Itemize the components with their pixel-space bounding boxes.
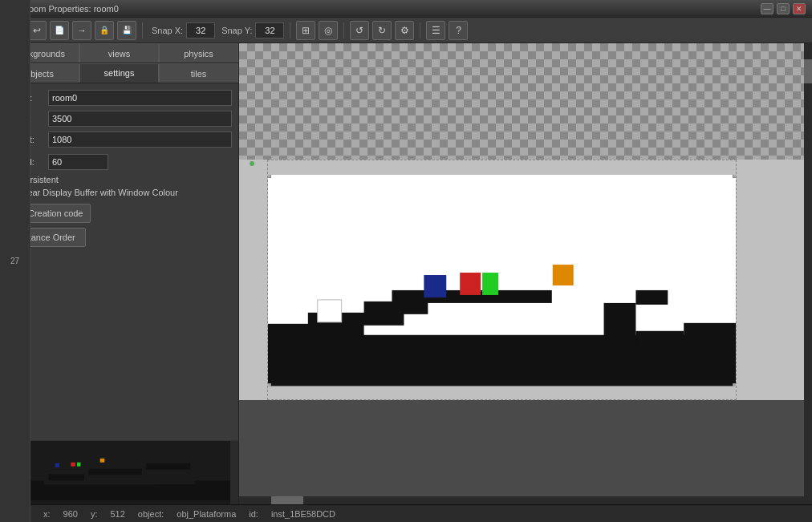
svg-rect-18 — [635, 331, 684, 347]
cog-button[interactable]: ⚙ — [395, 21, 414, 40]
main-layout: backgrounds views physics objects settin… — [0, 43, 812, 504]
snap-x-input[interactable] — [186, 22, 215, 38]
vertical-scrollbar-thumb[interactable] — [804, 59, 812, 83]
persistent-row: Persistent — [6, 175, 232, 184]
tab-physics[interactable]: physics — [159, 43, 238, 63]
checker-bottom — [239, 43, 804, 160]
name-input[interactable] — [48, 90, 232, 106]
close-button[interactable]: ✕ — [793, 3, 806, 14]
toolbar-separator-1 — [142, 22, 143, 38]
svg-rect-0 — [0, 484, 230, 500]
y-value: 512 — [110, 509, 124, 519]
svg-rect-15 — [364, 301, 428, 314]
tab-settings[interactable]: settings — [79, 63, 159, 83]
left-status-panel: 27 — [0, 0, 30, 522]
room-interior — [268, 175, 736, 386]
width-input[interactable] — [48, 111, 232, 127]
svg-rect-10 — [77, 463, 80, 467]
height-input[interactable] — [48, 132, 232, 148]
clear-display-label[interactable]: Clear Display Buffer with Window Colour — [19, 188, 178, 197]
tab-tiles[interactable]: tiles — [159, 63, 238, 83]
dot-indicator — [250, 161, 254, 166]
tab-views[interactable]: views — [79, 43, 159, 63]
height-row: Height: — [6, 132, 232, 148]
handle-bl[interactable] — [268, 383, 271, 386]
minimize-button[interactable]: — — [761, 3, 773, 14]
x-label: x: — [43, 509, 51, 519]
snap-y-input[interactable] — [255, 22, 284, 38]
settings-form: Name: Width: Height: Speed: Persistent — [0, 83, 238, 440]
handle-tr[interactable] — [733, 175, 736, 178]
save-button[interactable]: 💾 — [117, 21, 136, 40]
handle-br[interactable] — [733, 383, 736, 386]
snap-y-label: Snap Y: — [221, 26, 252, 35]
lock-button[interactable]: 🔒 — [95, 21, 114, 40]
svg-rect-19 — [684, 323, 736, 339]
creation-code-label: Creation code — [28, 208, 83, 218]
svg-rect-3 — [88, 469, 141, 475]
restore-button[interactable]: □ — [777, 3, 790, 14]
svg-rect-2 — [49, 474, 84, 480]
toolbar-separator-2 — [290, 22, 290, 38]
rotate-right-button[interactable]: ↻ — [372, 21, 392, 40]
tabs-row1: backgrounds views physics — [0, 43, 238, 63]
status-bar: 27 x: 960 y: 512 object: obj_Plataforma … — [0, 504, 812, 522]
thumbnail-section — [0, 440, 238, 504]
svg-rect-5 — [195, 480, 230, 487]
list-button[interactable]: ☰ — [426, 21, 445, 40]
speed-row: Speed: — [6, 154, 232, 170]
svg-rect-25 — [553, 265, 574, 285]
title-bar: ● Room Properties: room0 — □ ✕ — [0, 0, 812, 18]
redo-button[interactable]: → — [72, 21, 91, 40]
tabs-row2: objects settings tiles — [0, 63, 238, 83]
snap-x-label: Snap X: — [152, 26, 183, 35]
svg-rect-11 — [100, 459, 105, 463]
handle-tl[interactable] — [268, 175, 271, 178]
svg-rect-22 — [424, 275, 446, 297]
width-row: Width: — [6, 111, 232, 127]
svg-rect-9 — [71, 463, 75, 467]
svg-rect-8 — [55, 463, 59, 467]
id-value: inst_1BE58DCD — [271, 509, 335, 519]
x-value: 960 — [63, 509, 78, 519]
toolbar: ✓ ↩ 📄 → 🔒 💾 Snap X: Snap Y: ⊞ ◎ ↺ ↻ ⚙ ☰ … — [0, 18, 812, 43]
room-content — [239, 160, 812, 400]
object-value: obj_Plataforma — [177, 509, 236, 519]
help-button[interactable]: ? — [449, 21, 468, 40]
thumbnail-canvas[interactable] — [0, 441, 230, 504]
toolbar-separator-3 — [343, 22, 344, 38]
window-title: Room Properties: room0 — [22, 4, 119, 14]
svg-rect-6 — [160, 484, 195, 488]
svg-rect-24 — [482, 273, 498, 295]
room-selection-box — [267, 160, 737, 400]
svg-rect-20 — [635, 290, 668, 305]
object-label: object: — [138, 509, 164, 519]
y-label: y: — [91, 509, 98, 519]
vertical-scrollbar[interactable] — [804, 43, 812, 504]
speed-input[interactable] — [48, 154, 108, 170]
svg-rect-13 — [268, 324, 364, 340]
name-row: Name: — [6, 90, 232, 106]
grid-button[interactable]: ⊞ — [296, 21, 315, 40]
thumbnail-scroll[interactable] — [230, 441, 238, 504]
rotate-left-button[interactable]: ↺ — [350, 21, 369, 40]
left-status-value: 27 — [10, 257, 19, 265]
svg-rect-17 — [604, 303, 636, 338]
toolbar-separator-4 — [420, 22, 420, 38]
svg-rect-23 — [460, 273, 481, 295]
svg-rect-4 — [146, 463, 190, 470]
new-button[interactable]: 📄 — [50, 21, 69, 40]
horizontal-scrollbar[interactable] — [239, 496, 812, 504]
horizontal-scrollbar-thumb[interactable] — [271, 496, 303, 504]
canvas-area[interactable] — [239, 43, 812, 504]
left-panel: backgrounds views physics objects settin… — [0, 43, 239, 504]
svg-rect-21 — [318, 300, 342, 322]
clear-display-row: Clear Display Buffer with Window Colour — [6, 188, 232, 197]
magnet-button[interactable]: ◎ — [319, 21, 338, 40]
id-label: id: — [249, 509, 258, 519]
